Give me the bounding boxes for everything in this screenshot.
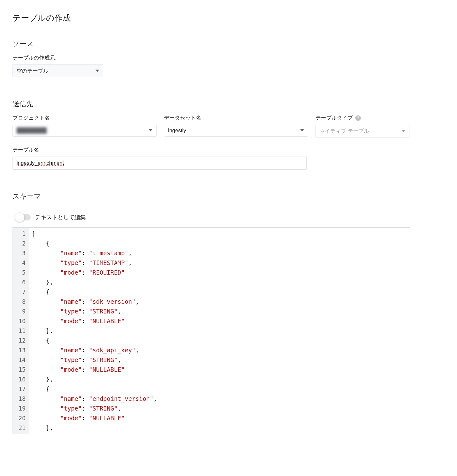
project-value: ████████ [17,127,47,134]
dataset-dropdown[interactable]: ingestly [164,125,308,137]
tablename-input[interactable] [13,157,307,170]
create-from-value: 空のテーブル [17,67,49,75]
caret-down-icon [402,128,405,134]
source-heading: ソース [13,39,444,49]
dataset-value: ingestly [168,127,186,134]
page-title: テーブルの作成 [13,13,444,23]
caret-down-icon [300,127,304,134]
dataset-label: データセット名 [164,114,308,122]
project-label: プロジェクト名 [13,114,157,122]
project-dropdown[interactable]: ████████ [13,125,157,137]
tabletype-value: ネイティブ テーブル [320,127,369,135]
destination-section: 送信先 プロジェクト名 ████████ データセット名 ingestly テー [13,99,444,170]
help-icon[interactable]: ? [355,115,361,121]
caret-down-icon [95,68,99,74]
create-from-dropdown[interactable]: 空のテーブル [13,65,103,77]
code-content[interactable]: [ { "name": "timestamp", "type": "TIMEST… [29,228,160,434]
destination-heading: 送信先 [13,99,444,109]
toggle-knob [15,213,24,222]
schema-code-editor[interactable]: 123456789101112131415161718192021 [ { "n… [13,227,410,434]
schema-heading: スキーマ [13,192,444,201]
code-gutter: 123456789101112131415161718192021 [13,228,29,434]
schema-section: スキーマ テキストとして編集 1234567891011121314151617… [13,192,444,434]
edit-as-text-toggle[interactable] [16,214,31,220]
create-from-label: テーブルの作成元: [13,54,444,61]
source-section: ソース テーブルの作成元: 空のテーブル [13,39,444,77]
caret-down-icon [149,127,152,134]
tabletype-dropdown[interactable]: ネイティブ テーブル [316,125,409,137]
tabletype-label: テーブルタイプ [316,114,353,122]
edit-as-text-label: テキストとして編集 [35,214,86,221]
tablename-label: テーブル名 [13,146,444,153]
